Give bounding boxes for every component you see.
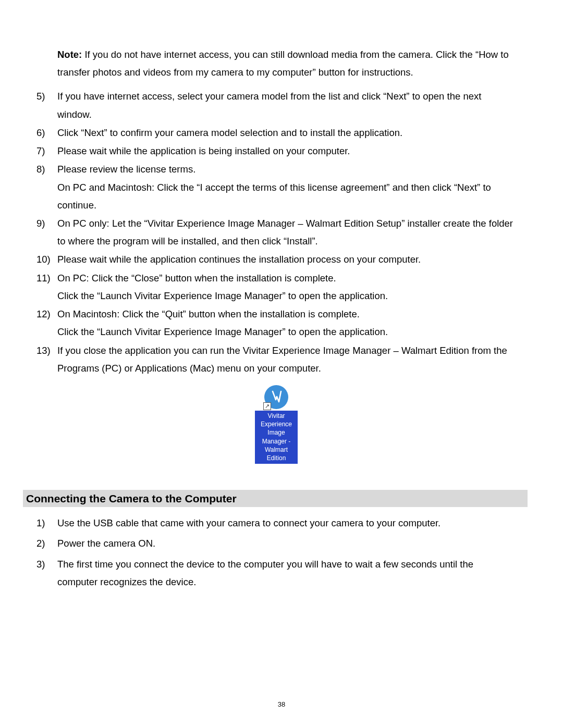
list-number: 10) xyxy=(36,251,57,268)
shortcut-arrow-icon: ↗ xyxy=(263,402,271,410)
install-steps-list: 5)If you have internet access, select yo… xyxy=(36,88,516,377)
list-text: Please review the license terms.On PC an… xyxy=(57,161,516,214)
list-text: On PC: Click the “Close” button when the… xyxy=(57,269,516,305)
list-number: 7) xyxy=(36,142,57,160)
list-number: 8) xyxy=(36,161,57,214)
list-number: 1) xyxy=(36,514,57,532)
list-text: Please wait while the application is bei… xyxy=(57,142,516,160)
desktop-shortcut-icon: ↗ Vivitar Experience Image Manager - Wal… xyxy=(255,385,298,464)
list-item: 5)If you have internet access, select yo… xyxy=(36,88,516,123)
list-item: 2)Power the camera ON. xyxy=(36,535,516,552)
list-item: 3)The first time you connect the device … xyxy=(36,556,516,591)
list-item: 10)Please wait while the application con… xyxy=(36,251,516,268)
list-item: 1)Use the USB cable that came with your … xyxy=(36,514,516,532)
list-item: 12)On Macintosh: Click the “Quit” button… xyxy=(36,305,516,341)
list-text: If you close the application you can run… xyxy=(57,342,516,377)
list-number: 13) xyxy=(36,342,57,377)
list-item: 13)If you close the application you can … xyxy=(36,342,516,377)
list-number: 6) xyxy=(36,124,57,142)
list-text: Click “Next” to confirm your camera mode… xyxy=(57,124,516,142)
list-item: 9)On PC only: Let the “Vivitar Experienc… xyxy=(36,215,516,250)
page-number: 38 xyxy=(0,700,563,708)
list-text: On PC only: Let the “Vivitar Experience … xyxy=(57,215,516,250)
list-item: 11)On PC: Click the “Close” button when … xyxy=(36,269,516,305)
note-label: Note: xyxy=(57,49,82,60)
section-heading: Connecting the Camera to the Computer xyxy=(23,490,528,507)
note-text: If you do not have internet access, you … xyxy=(57,49,509,78)
icon-label: Vivitar Experience Image Manager - Walma… xyxy=(255,411,298,464)
list-text: On Macintosh: Click the “Quit” button wh… xyxy=(57,305,516,341)
list-text: Power the camera ON. xyxy=(57,535,516,552)
icon-area: ↗ Vivitar Experience Image Manager - Wal… xyxy=(36,385,516,464)
list-item: 8)Please review the license terms.On PC … xyxy=(36,161,516,214)
note-block: Note: If you do not have internet access… xyxy=(36,46,516,81)
list-number: 5) xyxy=(36,88,57,123)
list-number: 12) xyxy=(36,305,57,341)
list-item: 7)Please wait while the application is b… xyxy=(36,142,516,160)
list-item: 6)Click “Next” to confirm your camera mo… xyxy=(36,124,516,142)
vivitar-logo-icon: ↗ xyxy=(264,385,288,409)
list-text: Please wait while the application contin… xyxy=(57,251,516,268)
list-number: 3) xyxy=(36,556,57,591)
list-number: 2) xyxy=(36,535,57,552)
list-text: Use the USB cable that came with your ca… xyxy=(57,514,516,532)
list-text: If you have internet access, select your… xyxy=(57,88,516,123)
list-text: The first time you connect the device to… xyxy=(57,556,516,591)
connect-steps-list: 1)Use the USB cable that came with your … xyxy=(36,514,516,591)
list-number: 9) xyxy=(36,215,57,250)
list-number: 11) xyxy=(36,269,57,305)
